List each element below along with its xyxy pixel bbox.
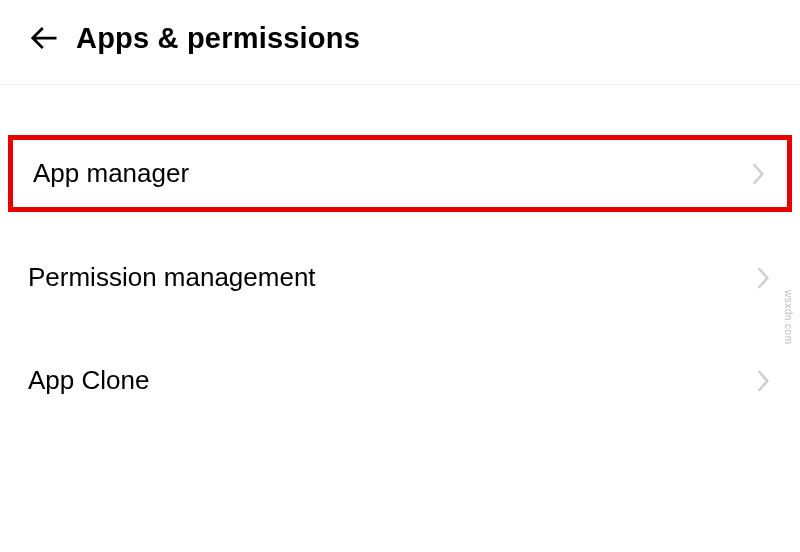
settings-row-permission-management[interactable]: Permission management [0,240,800,315]
header: Apps & permissions [0,0,800,85]
back-icon[interactable] [24,18,64,58]
settings-row-app-clone[interactable]: App Clone [0,343,800,418]
page-title: Apps & permissions [76,22,360,55]
settings-row-app-manager[interactable]: App manager [8,135,792,212]
chevron-right-icon [754,264,772,292]
settings-list: App manager Permission management App Cl… [0,85,800,418]
settings-row-label: App Clone [28,365,149,396]
settings-row-label: Permission management [28,262,316,293]
settings-row-label: App manager [33,158,189,189]
watermark: wsxdn.com [783,290,794,345]
chevron-right-icon [749,160,767,188]
chevron-right-icon [754,367,772,395]
